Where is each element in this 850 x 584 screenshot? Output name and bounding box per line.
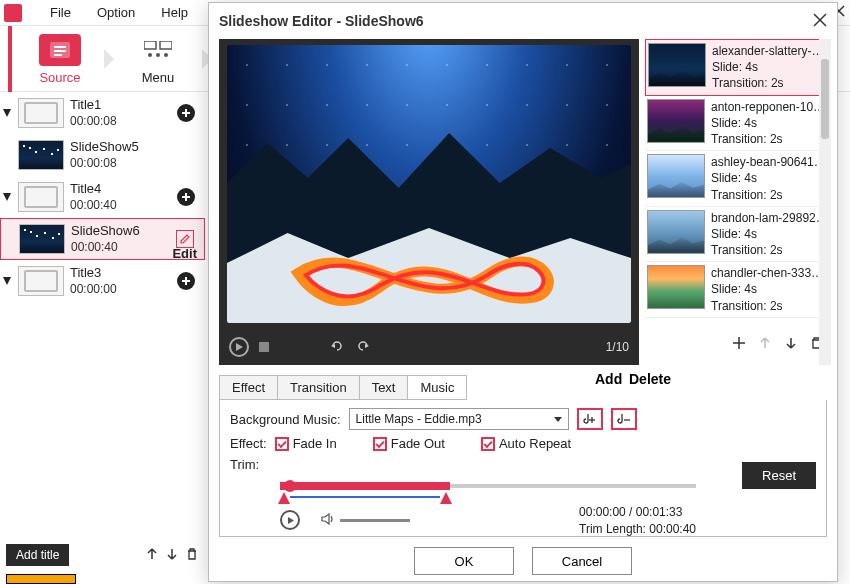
reset-button[interactable]: Reset (742, 462, 816, 489)
source-title: SlideShow5 (70, 139, 201, 156)
source-icon (39, 34, 81, 66)
slide-transition: Transition: 2s (712, 75, 827, 91)
expand-icon[interactable] (2, 193, 12, 201)
svg-marker-13 (3, 109, 11, 117)
menu-help[interactable]: Help (157, 3, 192, 22)
source-item-title3[interactable]: Edit Title3 00:00:00 (0, 260, 205, 302)
tab-music[interactable]: Music (408, 376, 466, 399)
slide-name: alexander-slattery-3… (712, 43, 827, 59)
source-item-slideshow5[interactable]: SlideShow5 00:00:08 (0, 134, 205, 176)
ok-button[interactable]: OK (414, 547, 514, 575)
preview-image (227, 45, 631, 323)
menu-icon (137, 34, 179, 66)
slide-name: anton-repponen-10… (711, 99, 828, 115)
bg-music-combo[interactable]: Little Maps - Eddie.mp3 (349, 408, 569, 430)
source-order-tools (145, 547, 199, 564)
checkbox-icon (275, 437, 289, 451)
source-list: Title1 00:00:08 SlideShow5 00:00:08 Titl… (0, 92, 205, 584)
tab-source[interactable]: Source (16, 32, 104, 85)
preview-frame (219, 39, 639, 329)
delete-icon[interactable] (185, 547, 199, 564)
trim-play-controls (280, 510, 410, 530)
add-title-button[interactable]: Add title (6, 544, 69, 566)
tab-effect[interactable]: Effect (220, 376, 278, 399)
source-item-title4[interactable]: Title4 00:00:40 (0, 176, 205, 218)
slide-meta: brandon-lam-29892… Slide: 4s Transition:… (711, 210, 828, 259)
trim-slider[interactable]: 00:00:00 / 00:01:33 Trim Length: 00:00:4… (230, 478, 816, 528)
slide-list[interactable]: alexander-slattery-3… Slide: 4s Transiti… (645, 39, 831, 329)
menu-option[interactable]: Option (93, 3, 139, 22)
move-slide-up-icon[interactable] (757, 335, 773, 354)
slide-thumbnail (648, 43, 706, 87)
move-down-icon[interactable] (165, 547, 179, 564)
slide-name: chandler-chen-3333… (711, 265, 828, 281)
preview-stop-button[interactable] (259, 342, 269, 352)
volume-control[interactable] (320, 512, 410, 529)
slide-transition: Transition: 2s (711, 242, 828, 258)
thumbnail-placeholder (18, 182, 64, 212)
slide-list-scrollbar[interactable] (819, 39, 831, 365)
tab-text[interactable]: Text (360, 376, 409, 399)
trim-end-marker[interactable] (440, 492, 452, 504)
preview-play-button[interactable] (229, 337, 249, 357)
slide-row[interactable]: anton-repponen-10… Slide: 4s Transition:… (645, 96, 830, 152)
thumbnail-placeholder (18, 266, 64, 296)
thumbnail (19, 224, 65, 254)
dialog-close-icon[interactable] (813, 13, 827, 30)
tab-menu[interactable]: Menu (114, 32, 202, 85)
trim-length: Trim Length: 00:00:40 (579, 521, 696, 538)
add-slide-icon[interactable] (731, 335, 747, 354)
slide-row[interactable]: chandler-chen-3333… Slide: 4s Transition… (645, 262, 830, 318)
trim-start-marker[interactable] (278, 492, 290, 504)
fade-in-checkbox[interactable]: Fade In (275, 436, 337, 451)
slide-thumbnail (647, 154, 705, 198)
svg-point-10 (148, 53, 152, 57)
delete-music-button[interactable] (611, 408, 637, 430)
tab-separator (104, 49, 114, 69)
slide-duration: Slide: 4s (711, 170, 828, 186)
annotation-add: Add (595, 371, 622, 387)
slide-transition: Transition: 2s (711, 187, 828, 203)
source-item-title1[interactable]: Title1 00:00:08 (0, 92, 205, 134)
volume-track[interactable] (340, 519, 410, 522)
move-up-icon[interactable] (145, 547, 159, 564)
slide-thumbnail (647, 210, 705, 254)
slide-row[interactable]: alexander-slattery-3… Slide: 4s Transiti… (645, 39, 830, 96)
edit-annotation-label: Edit (172, 246, 197, 261)
trim-range (280, 482, 450, 490)
annotation-delete: Delete (629, 371, 671, 387)
fade-in-label: Fade In (293, 436, 337, 451)
preview-controls: 1/10 (219, 329, 639, 365)
effect-label: Effect: (230, 436, 267, 451)
slide-name: ashley-bean-90641-… (711, 154, 828, 170)
rotate-left-icon[interactable] (329, 338, 345, 357)
auto-repeat-checkbox[interactable]: Auto Repeat (481, 436, 571, 451)
add-music-button[interactable] (577, 408, 603, 430)
timeline-title-chip[interactable] (6, 574, 76, 584)
menu-file[interactable]: File (46, 3, 75, 22)
add-source-button[interactable] (177, 188, 195, 206)
tab-menu-label: Menu (114, 70, 202, 85)
trim-playhead-line (290, 496, 440, 498)
fade-out-checkbox[interactable]: Fade Out (373, 436, 445, 451)
active-tab-indicator (8, 26, 12, 92)
slideshow-editor-dialog: Slideshow Editor - SlideShow6 (208, 2, 838, 582)
app-icon (4, 4, 22, 22)
tab-transition[interactable]: Transition (278, 376, 360, 399)
trim-start-handle[interactable] (284, 480, 296, 492)
trim-time-info: 00:00:00 / 00:01:33 Trim Length: 00:00:4… (579, 504, 696, 538)
add-source-button[interactable] (177, 104, 195, 122)
rotate-right-icon[interactable] (355, 338, 371, 357)
expand-icon[interactable] (2, 277, 12, 285)
slide-meta: alexander-slattery-3… Slide: 4s Transiti… (712, 43, 827, 92)
expand-icon[interactable] (2, 109, 12, 117)
trim-play-button[interactable] (280, 510, 300, 530)
dialog-buttons: OK Cancel (209, 547, 837, 575)
move-slide-down-icon[interactable] (783, 335, 799, 354)
preview-area: 1/10 (219, 39, 639, 365)
add-source-button[interactable] (177, 272, 195, 290)
slide-row[interactable]: brandon-lam-29892… Slide: 4s Transition:… (645, 207, 830, 263)
cancel-button[interactable]: Cancel (532, 547, 632, 575)
slide-tools (645, 329, 831, 354)
slide-row[interactable]: ashley-bean-90641-… Slide: 4s Transition… (645, 151, 830, 207)
